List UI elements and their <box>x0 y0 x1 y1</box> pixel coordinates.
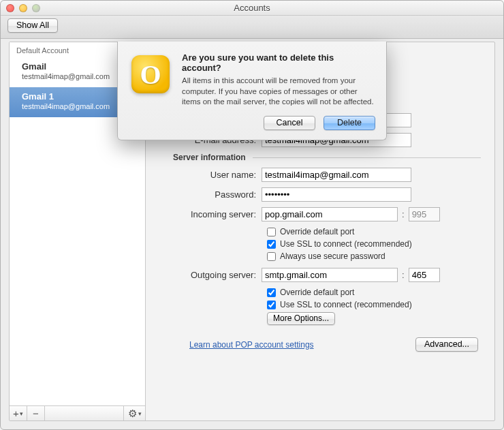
incoming-port-field[interactable] <box>409 207 440 221</box>
checkbox-label: Override default port <box>280 288 354 297</box>
minus-icon: − <box>33 408 39 419</box>
more-options-row: More Options... <box>267 312 481 325</box>
advanced-button[interactable]: Advanced... <box>415 337 478 352</box>
checkbox-override-port-out[interactable]: Override default port <box>267 288 481 297</box>
dialog-buttons: Cancel Delete <box>182 116 375 130</box>
bottom-bar: Learn about POP account settings Advance… <box>189 337 481 352</box>
more-options-button[interactable]: More Options... <box>267 312 335 325</box>
checkbox-secure-pwd[interactable]: Always use secure password <box>267 251 481 261</box>
checkbox-label: Use SSL to connect (recommended) <box>280 239 412 249</box>
icon-glyph: O <box>140 59 161 91</box>
section-server-info: Server information <box>173 153 481 162</box>
show-all-button[interactable]: Show All <box>7 18 58 33</box>
delete-button[interactable]: Delete <box>324 116 375 130</box>
form-row-username: User name: <box>159 168 481 182</box>
gear-icon: ⚙ <box>128 408 137 420</box>
gear-menu-button[interactable]: ⚙▾ <box>123 406 145 420</box>
delete-confirm-dialog: O Are you sure you want to delete this a… <box>117 42 387 140</box>
checkbox[interactable] <box>267 228 276 236</box>
password-field[interactable] <box>262 187 411 202</box>
username-field[interactable] <box>262 168 411 182</box>
learn-link[interactable]: Learn about POP account settings <box>189 340 314 350</box>
plus-icon: + <box>13 408 19 419</box>
label-incoming: Incoming server: <box>159 209 262 219</box>
label-outgoing: Outgoing server: <box>159 270 262 280</box>
remove-account-button[interactable]: − <box>27 406 45 420</box>
divider <box>253 157 481 158</box>
port-separator: : <box>398 270 409 280</box>
dialog-title: Are you sure you want to delete this acc… <box>182 52 375 73</box>
close-icon[interactable] <box>6 4 14 12</box>
zoom-icon <box>32 4 40 12</box>
window-title: Accounts <box>6 3 498 13</box>
label-password: Password: <box>159 189 262 200</box>
add-account-button[interactable]: +▾ <box>10 406 27 420</box>
dialog-message: All items in this account will be remove… <box>182 76 375 108</box>
toolbar: Show All <box>1 16 503 39</box>
checkbox[interactable] <box>267 288 276 297</box>
outgoing-port-field[interactable] <box>409 268 440 282</box>
checkbox-label: Always use secure password <box>280 251 385 261</box>
dialog-body: Are you sure you want to delete this acc… <box>182 52 375 130</box>
checkbox-label: Override default port <box>280 227 354 236</box>
checkbox-override-port-in[interactable]: Override default port <box>267 227 481 236</box>
checkbox[interactable] <box>267 240 276 249</box>
minimize-icon[interactable] <box>19 4 27 12</box>
titlebar: Accounts <box>1 1 503 16</box>
sidebar-footer: +▾ − ⚙▾ <box>10 405 145 420</box>
checkbox[interactable] <box>267 301 276 309</box>
section-label: Server information <box>173 153 253 162</box>
form-row-outgoing: Outgoing server: : <box>159 268 481 282</box>
form-row-password: Password: <box>159 187 481 202</box>
incoming-server-field[interactable] <box>262 207 398 221</box>
label-username: User name: <box>159 170 262 180</box>
accounts-window: Accounts Show All Default Account Gmail … <box>0 0 504 430</box>
traffic-lights <box>6 4 40 12</box>
form-row-incoming: Incoming server: : <box>159 207 481 221</box>
checkbox[interactable] <box>267 252 276 261</box>
checkbox-label: Use SSL to connect (recommended) <box>280 300 412 309</box>
checkbox-ssl-in[interactable]: Use SSL to connect (recommended) <box>267 239 481 249</box>
outlook-icon: O <box>131 55 170 93</box>
cancel-button[interactable]: Cancel <box>264 116 315 130</box>
outgoing-server-field[interactable] <box>262 268 398 282</box>
dialog-icon: O <box>129 52 172 96</box>
checkbox-ssl-out[interactable]: Use SSL to connect (recommended) <box>267 300 481 309</box>
port-separator: : <box>398 209 409 219</box>
